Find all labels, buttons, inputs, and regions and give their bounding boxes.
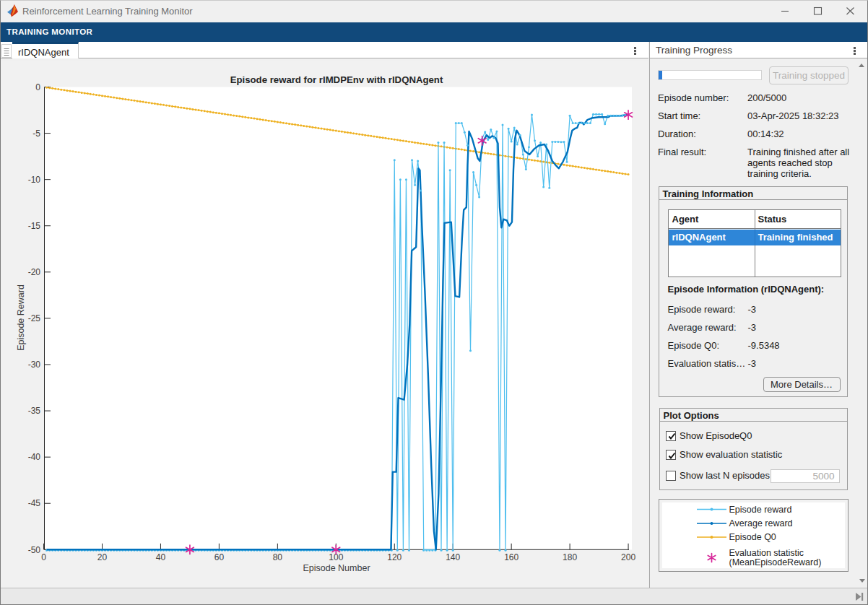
svg-text:160: 160	[504, 552, 518, 562]
svg-text:0: 0	[41, 552, 46, 562]
svg-text:20: 20	[97, 552, 108, 562]
svg-text:-50: -50	[28, 545, 41, 555]
svg-text:-40: -40	[28, 452, 41, 462]
svg-text:-10: -10	[28, 175, 41, 185]
svg-text:140: 140	[446, 552, 460, 562]
svg-text:-45: -45	[28, 498, 41, 508]
svg-text:Episode Number: Episode Number	[303, 563, 370, 573]
svg-text:0: 0	[35, 82, 40, 92]
svg-text:60: 60	[214, 552, 225, 562]
svg-text:-5: -5	[32, 129, 40, 139]
svg-text:40: 40	[156, 552, 166, 562]
svg-text:180: 180	[563, 552, 577, 562]
svg-text:Episode reward for rIMDPEnv wi: Episode reward for rIMDPEnv with rIDQNAg…	[230, 74, 443, 85]
svg-text:-30: -30	[28, 360, 41, 370]
svg-text:80: 80	[273, 552, 283, 562]
svg-text:Episode Reward: Episode Reward	[16, 284, 26, 351]
svg-text:120: 120	[387, 552, 402, 562]
svg-text:-25: -25	[28, 313, 41, 323]
svg-text:-35: -35	[28, 406, 41, 416]
svg-text:-20: -20	[28, 267, 41, 277]
svg-text:-15: -15	[28, 221, 41, 231]
svg-text:200: 200	[621, 552, 635, 562]
